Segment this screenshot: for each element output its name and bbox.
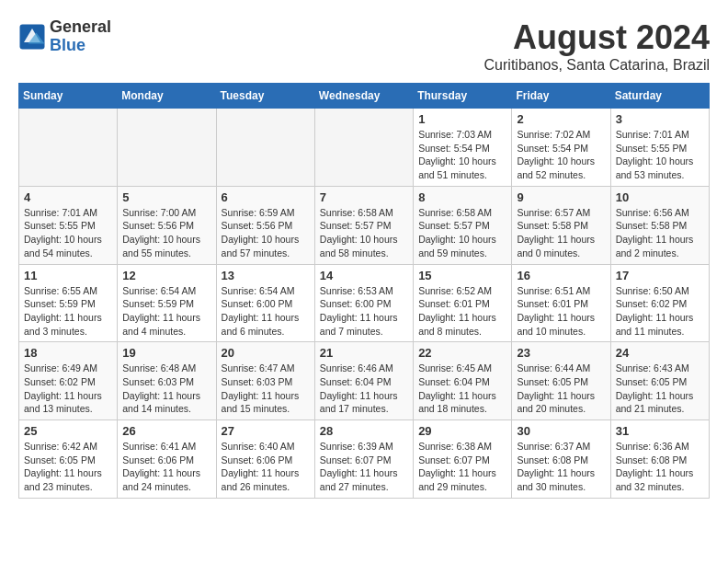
day-info: Sunrise: 6:36 AMSunset: 6:08 PMDaylight:… [616,440,704,494]
calendar-cell: 26Sunrise: 6:41 AMSunset: 6:06 PMDayligh… [118,420,216,499]
day-info: Sunrise: 6:55 AMSunset: 5:59 PMDaylight:… [24,284,112,339]
day-info: Sunrise: 6:58 AMSunset: 5:57 PMDaylight:… [320,206,408,260]
day-number: 21 [320,346,408,360]
day-info: Sunrise: 6:43 AMSunset: 6:05 PMDaylight:… [616,362,704,416]
week-row-1: 1Sunrise: 7:03 AMSunset: 5:54 PMDaylight… [19,109,710,187]
week-row-3: 11Sunrise: 6:55 AMSunset: 5:59 PMDayligh… [19,264,710,342]
day-number: 22 [418,346,506,360]
day-info: Sunrise: 6:52 AMSunset: 6:01 PMDaylight:… [418,284,506,339]
day-number: 18 [24,346,112,360]
day-number: 19 [122,346,210,360]
calendar-cell: 28Sunrise: 6:39 AMSunset: 6:07 PMDayligh… [314,420,413,499]
weekday-wednesday: Wednesday [314,84,413,109]
day-number: 17 [616,269,704,282]
calendar-cell: 23Sunrise: 6:44 AMSunset: 6:05 PMDayligh… [512,342,610,420]
day-info: Sunrise: 6:41 AMSunset: 6:06 PMDaylight:… [122,440,210,494]
calendar-cell [314,109,413,187]
month-title: August 2024 [484,18,710,57]
calendar-cell: 16Sunrise: 6:51 AMSunset: 6:01 PMDayligh… [512,264,610,342]
week-row-5: 25Sunrise: 6:42 AMSunset: 6:05 PMDayligh… [19,420,710,499]
day-info: Sunrise: 7:03 AMSunset: 5:54 PMDaylight:… [418,128,506,182]
day-info: Sunrise: 7:02 AMSunset: 5:54 PMDaylight:… [517,128,605,182]
day-number: 23 [517,346,605,360]
day-number: 20 [222,346,310,360]
day-number: 30 [517,424,605,438]
calendar-cell: 20Sunrise: 6:47 AMSunset: 6:03 PMDayligh… [216,342,314,420]
day-info: Sunrise: 6:54 AMSunset: 5:59 PMDaylight:… [122,284,210,339]
day-number: 5 [122,190,210,204]
day-number: 14 [320,269,408,282]
calendar-cell [118,109,216,187]
calendar-cell [216,109,314,187]
weekday-monday: Monday [118,84,216,109]
calendar-table: SundayMondayTuesdayWednesdayThursdayFrid… [18,83,710,499]
calendar-cell: 12Sunrise: 6:54 AMSunset: 5:59 PMDayligh… [118,264,216,342]
day-info: Sunrise: 7:01 AMSunset: 5:55 PMDaylight:… [24,206,112,260]
location: Curitibanos, Santa Catarina, Brazil [484,57,710,74]
day-number: 28 [320,424,408,438]
day-number: 7 [320,190,408,204]
day-info: Sunrise: 6:44 AMSunset: 6:05 PMDaylight:… [517,362,605,416]
calendar-cell: 7Sunrise: 6:58 AMSunset: 5:57 PMDaylight… [314,186,413,264]
calendar-cell: 22Sunrise: 6:45 AMSunset: 6:04 PMDayligh… [414,342,512,420]
weekday-thursday: Thursday [414,84,512,109]
day-number: 11 [24,269,112,282]
day-number: 26 [122,424,210,438]
day-number: 15 [418,269,506,282]
calendar-cell: 21Sunrise: 6:46 AMSunset: 6:04 PMDayligh… [314,342,413,420]
day-info: Sunrise: 6:59 AMSunset: 5:56 PMDaylight:… [222,206,310,260]
calendar-cell: 6Sunrise: 6:59 AMSunset: 5:56 PMDaylight… [216,186,314,264]
calendar-cell: 27Sunrise: 6:40 AMSunset: 6:06 PMDayligh… [216,420,314,499]
day-number: 2 [517,112,605,126]
day-info: Sunrise: 6:40 AMSunset: 6:06 PMDaylight:… [222,440,310,494]
day-info: Sunrise: 6:49 AMSunset: 6:02 PMDaylight:… [24,362,112,416]
weekday-tuesday: Tuesday [216,84,314,109]
calendar-body: 1Sunrise: 7:03 AMSunset: 5:54 PMDaylight… [19,109,710,499]
calendar-cell: 8Sunrise: 6:58 AMSunset: 5:57 PMDaylight… [414,186,512,264]
day-number: 12 [122,269,210,282]
calendar-cell: 5Sunrise: 7:00 AMSunset: 5:56 PMDaylight… [118,186,216,264]
calendar-cell: 13Sunrise: 6:54 AMSunset: 6:00 PMDayligh… [216,264,314,342]
day-number: 10 [616,190,704,204]
calendar-cell: 10Sunrise: 6:56 AMSunset: 5:58 PMDayligh… [610,186,709,264]
calendar-cell: 29Sunrise: 6:38 AMSunset: 6:07 PMDayligh… [414,420,512,499]
day-number: 4 [24,190,112,204]
day-number: 13 [222,269,310,282]
day-info: Sunrise: 6:51 AMSunset: 6:01 PMDaylight:… [517,284,605,339]
day-number: 16 [517,269,605,282]
day-info: Sunrise: 6:53 AMSunset: 6:00 PMDaylight:… [320,284,408,339]
day-number: 29 [418,424,506,438]
calendar-cell: 24Sunrise: 6:43 AMSunset: 6:05 PMDayligh… [610,342,709,420]
logo-blue-text: Blue [50,37,111,55]
day-info: Sunrise: 6:45 AMSunset: 6:04 PMDaylight:… [418,362,506,416]
calendar-cell: 3Sunrise: 7:01 AMSunset: 5:55 PMDaylight… [610,109,709,187]
day-info: Sunrise: 7:01 AMSunset: 5:55 PMDaylight:… [616,128,704,182]
day-info: Sunrise: 6:58 AMSunset: 5:57 PMDaylight:… [418,206,506,260]
day-info: Sunrise: 6:54 AMSunset: 6:00 PMDaylight:… [222,284,310,339]
day-info: Sunrise: 6:57 AMSunset: 5:58 PMDaylight:… [517,206,605,260]
logo-text: General Blue [50,18,111,55]
day-number: 8 [418,190,506,204]
calendar-cell: 11Sunrise: 6:55 AMSunset: 5:59 PMDayligh… [19,264,118,342]
day-info: Sunrise: 6:37 AMSunset: 6:08 PMDaylight:… [517,440,605,494]
day-number: 24 [616,346,704,360]
day-info: Sunrise: 6:48 AMSunset: 6:03 PMDaylight:… [122,362,210,416]
day-number: 1 [418,112,506,126]
calendar-cell: 18Sunrise: 6:49 AMSunset: 6:02 PMDayligh… [19,342,118,420]
day-info: Sunrise: 6:38 AMSunset: 6:07 PMDaylight:… [418,440,506,494]
weekday-saturday: Saturday [610,84,709,109]
title-area: August 2024 Curitibanos, Santa Catarina,… [484,18,710,74]
weekday-friday: Friday [512,84,610,109]
day-info: Sunrise: 6:46 AMSunset: 6:04 PMDaylight:… [320,362,408,416]
day-number: 9 [517,190,605,204]
day-info: Sunrise: 6:39 AMSunset: 6:07 PMDaylight:… [320,440,408,494]
day-info: Sunrise: 7:00 AMSunset: 5:56 PMDaylight:… [122,206,210,260]
calendar-cell: 31Sunrise: 6:36 AMSunset: 6:08 PMDayligh… [610,420,709,499]
logo: General Blue [18,18,111,55]
calendar-cell: 1Sunrise: 7:03 AMSunset: 5:54 PMDaylight… [414,109,512,187]
day-number: 27 [222,424,310,438]
logo-general-text: General [50,18,111,37]
calendar-cell: 2Sunrise: 7:02 AMSunset: 5:54 PMDaylight… [512,109,610,187]
calendar-cell: 15Sunrise: 6:52 AMSunset: 6:01 PMDayligh… [414,264,512,342]
calendar-cell: 30Sunrise: 6:37 AMSunset: 6:08 PMDayligh… [512,420,610,499]
